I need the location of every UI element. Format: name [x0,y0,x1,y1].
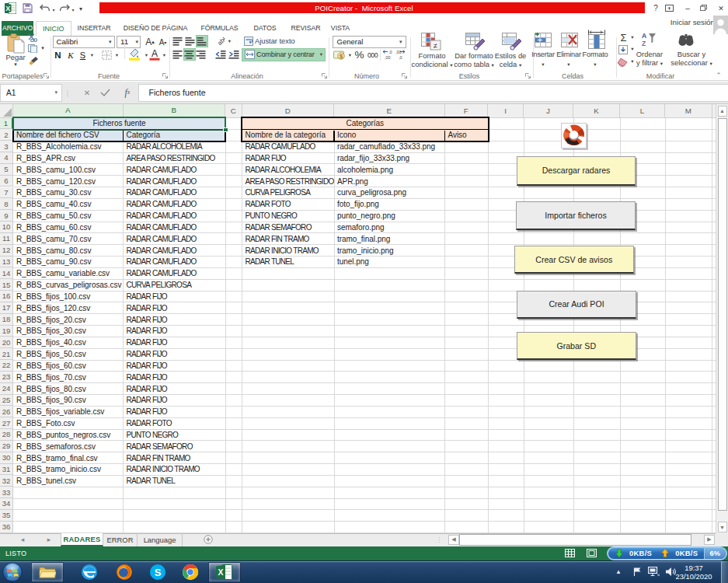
svg-text:,00: ,00 [385,55,391,60]
svg-text:≠: ≠ [434,42,437,50]
svg-text:X: X [218,567,223,577]
svg-text:A: A [152,48,158,59]
svg-text:S: S [155,567,162,578]
svg-text:A: A [642,32,646,40]
svg-text:Z: Z [642,40,646,47]
svg-text:,0: ,0 [388,50,392,54]
